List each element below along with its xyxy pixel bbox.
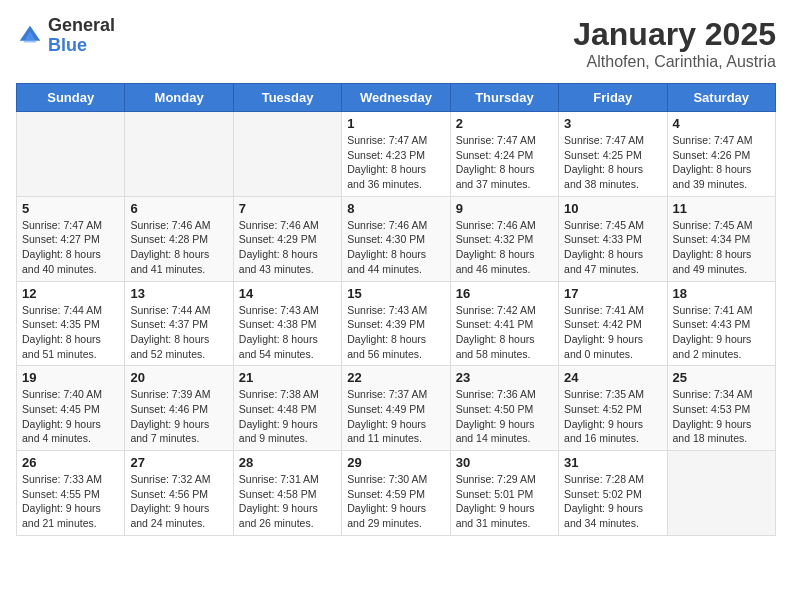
calendar-cell [125,112,233,197]
calendar-week-row: 19Sunrise: 7:40 AM Sunset: 4:45 PM Dayli… [17,366,776,451]
logo-blue-text: Blue [48,36,115,56]
day-number: 5 [22,201,119,216]
day-number: 20 [130,370,227,385]
calendar-cell: 13Sunrise: 7:44 AM Sunset: 4:37 PM Dayli… [125,281,233,366]
calendar-cell: 5Sunrise: 7:47 AM Sunset: 4:27 PM Daylig… [17,196,125,281]
day-info: Sunrise: 7:41 AM Sunset: 4:43 PM Dayligh… [673,303,770,362]
day-number: 24 [564,370,661,385]
day-number: 30 [456,455,553,470]
weekday-header: Tuesday [233,84,341,112]
calendar-week-row: 1Sunrise: 7:47 AM Sunset: 4:23 PM Daylig… [17,112,776,197]
day-info: Sunrise: 7:45 AM Sunset: 4:34 PM Dayligh… [673,218,770,277]
day-info: Sunrise: 7:36 AM Sunset: 4:50 PM Dayligh… [456,387,553,446]
calendar-cell: 29Sunrise: 7:30 AM Sunset: 4:59 PM Dayli… [342,451,450,536]
day-number: 27 [130,455,227,470]
day-info: Sunrise: 7:33 AM Sunset: 4:55 PM Dayligh… [22,472,119,531]
calendar-cell: 31Sunrise: 7:28 AM Sunset: 5:02 PM Dayli… [559,451,667,536]
day-number: 22 [347,370,444,385]
day-info: Sunrise: 7:29 AM Sunset: 5:01 PM Dayligh… [456,472,553,531]
calendar-cell: 10Sunrise: 7:45 AM Sunset: 4:33 PM Dayli… [559,196,667,281]
calendar-cell: 26Sunrise: 7:33 AM Sunset: 4:55 PM Dayli… [17,451,125,536]
day-info: Sunrise: 7:44 AM Sunset: 4:35 PM Dayligh… [22,303,119,362]
day-number: 16 [456,286,553,301]
day-number: 8 [347,201,444,216]
day-info: Sunrise: 7:30 AM Sunset: 4:59 PM Dayligh… [347,472,444,531]
logo: General Blue [16,16,115,56]
day-info: Sunrise: 7:47 AM Sunset: 4:27 PM Dayligh… [22,218,119,277]
day-number: 23 [456,370,553,385]
day-number: 25 [673,370,770,385]
day-info: Sunrise: 7:37 AM Sunset: 4:49 PM Dayligh… [347,387,444,446]
calendar-cell: 9Sunrise: 7:46 AM Sunset: 4:32 PM Daylig… [450,196,558,281]
day-number: 14 [239,286,336,301]
calendar-cell: 14Sunrise: 7:43 AM Sunset: 4:38 PM Dayli… [233,281,341,366]
day-number: 7 [239,201,336,216]
day-number: 18 [673,286,770,301]
day-number: 29 [347,455,444,470]
day-info: Sunrise: 7:47 AM Sunset: 4:26 PM Dayligh… [673,133,770,192]
day-number: 2 [456,116,553,131]
day-info: Sunrise: 7:43 AM Sunset: 4:39 PM Dayligh… [347,303,444,362]
day-number: 10 [564,201,661,216]
logo-general-text: General [48,16,115,36]
day-number: 19 [22,370,119,385]
day-info: Sunrise: 7:47 AM Sunset: 4:23 PM Dayligh… [347,133,444,192]
calendar-cell: 18Sunrise: 7:41 AM Sunset: 4:43 PM Dayli… [667,281,775,366]
calendar-cell: 7Sunrise: 7:46 AM Sunset: 4:29 PM Daylig… [233,196,341,281]
weekday-header: Saturday [667,84,775,112]
day-number: 11 [673,201,770,216]
weekday-header: Friday [559,84,667,112]
day-info: Sunrise: 7:32 AM Sunset: 4:56 PM Dayligh… [130,472,227,531]
calendar-cell: 21Sunrise: 7:38 AM Sunset: 4:48 PM Dayli… [233,366,341,451]
weekday-header: Sunday [17,84,125,112]
calendar-cell [233,112,341,197]
day-info: Sunrise: 7:46 AM Sunset: 4:30 PM Dayligh… [347,218,444,277]
calendar-cell: 17Sunrise: 7:41 AM Sunset: 4:42 PM Dayli… [559,281,667,366]
calendar-cell: 15Sunrise: 7:43 AM Sunset: 4:39 PM Dayli… [342,281,450,366]
calendar-cell [667,451,775,536]
day-info: Sunrise: 7:44 AM Sunset: 4:37 PM Dayligh… [130,303,227,362]
page-header: General Blue January 2025 Althofen, Cari… [16,16,776,71]
calendar-cell: 3Sunrise: 7:47 AM Sunset: 4:25 PM Daylig… [559,112,667,197]
calendar-cell: 27Sunrise: 7:32 AM Sunset: 4:56 PM Dayli… [125,451,233,536]
day-number: 6 [130,201,227,216]
day-info: Sunrise: 7:34 AM Sunset: 4:53 PM Dayligh… [673,387,770,446]
calendar-cell [17,112,125,197]
day-info: Sunrise: 7:46 AM Sunset: 4:32 PM Dayligh… [456,218,553,277]
calendar-cell: 2Sunrise: 7:47 AM Sunset: 4:24 PM Daylig… [450,112,558,197]
calendar-cell: 8Sunrise: 7:46 AM Sunset: 4:30 PM Daylig… [342,196,450,281]
day-number: 12 [22,286,119,301]
calendar-cell: 16Sunrise: 7:42 AM Sunset: 4:41 PM Dayli… [450,281,558,366]
day-number: 9 [456,201,553,216]
calendar-cell: 6Sunrise: 7:46 AM Sunset: 4:28 PM Daylig… [125,196,233,281]
day-number: 4 [673,116,770,131]
location-subtitle: Althofen, Carinthia, Austria [573,53,776,71]
calendar-cell: 24Sunrise: 7:35 AM Sunset: 4:52 PM Dayli… [559,366,667,451]
calendar-week-row: 26Sunrise: 7:33 AM Sunset: 4:55 PM Dayli… [17,451,776,536]
day-number: 31 [564,455,661,470]
day-info: Sunrise: 7:47 AM Sunset: 4:24 PM Dayligh… [456,133,553,192]
calendar-cell: 12Sunrise: 7:44 AM Sunset: 4:35 PM Dayli… [17,281,125,366]
day-info: Sunrise: 7:47 AM Sunset: 4:25 PM Dayligh… [564,133,661,192]
calendar-cell: 19Sunrise: 7:40 AM Sunset: 4:45 PM Dayli… [17,366,125,451]
day-info: Sunrise: 7:46 AM Sunset: 4:28 PM Dayligh… [130,218,227,277]
weekday-header: Monday [125,84,233,112]
day-info: Sunrise: 7:31 AM Sunset: 4:58 PM Dayligh… [239,472,336,531]
day-number: 28 [239,455,336,470]
calendar-cell: 28Sunrise: 7:31 AM Sunset: 4:58 PM Dayli… [233,451,341,536]
day-info: Sunrise: 7:42 AM Sunset: 4:41 PM Dayligh… [456,303,553,362]
calendar-cell: 23Sunrise: 7:36 AM Sunset: 4:50 PM Dayli… [450,366,558,451]
weekday-header-row: SundayMondayTuesdayWednesdayThursdayFrid… [17,84,776,112]
day-number: 17 [564,286,661,301]
calendar-cell: 25Sunrise: 7:34 AM Sunset: 4:53 PM Dayli… [667,366,775,451]
day-info: Sunrise: 7:41 AM Sunset: 4:42 PM Dayligh… [564,303,661,362]
logo-icon [16,22,44,50]
calendar-cell: 22Sunrise: 7:37 AM Sunset: 4:49 PM Dayli… [342,366,450,451]
calendar-cell: 30Sunrise: 7:29 AM Sunset: 5:01 PM Dayli… [450,451,558,536]
day-number: 13 [130,286,227,301]
calendar-cell: 4Sunrise: 7:47 AM Sunset: 4:26 PM Daylig… [667,112,775,197]
day-number: 21 [239,370,336,385]
calendar-cell: 11Sunrise: 7:45 AM Sunset: 4:34 PM Dayli… [667,196,775,281]
weekday-header: Wednesday [342,84,450,112]
title-block: January 2025 Althofen, Carinthia, Austri… [573,16,776,71]
